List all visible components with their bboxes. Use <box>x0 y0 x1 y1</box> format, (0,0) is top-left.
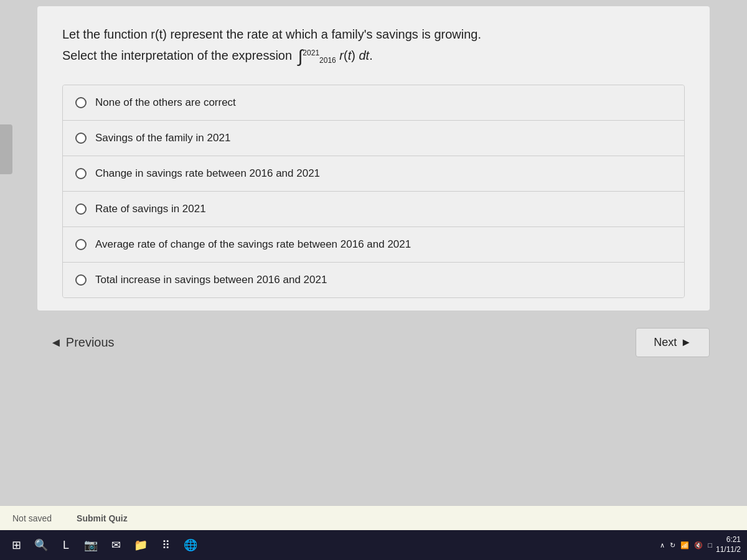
next-button[interactable]: Next ► <box>636 328 710 357</box>
tray-refresh-icon[interactable]: ↻ <box>670 541 675 549</box>
question-line2: Select the interpretation of the express… <box>62 44 685 70</box>
taskbar-left: ⊞ 🔍 L 📷 ✉ 📁 ⠿ 🌐 <box>6 535 200 555</box>
radio-4[interactable] <box>75 203 87 215</box>
option-2[interactable]: Savings of the family in 2021 <box>63 121 684 156</box>
option-6[interactable]: Total increase in savings between 2016 a… <box>63 263 684 297</box>
option-1[interactable]: None of the others are correct <box>63 85 684 121</box>
question-container: Let the function r(t) represent the rate… <box>37 6 710 310</box>
taskview-icon[interactable]: L <box>56 535 76 555</box>
option-3-label: Change in savings rate between 2016 and … <box>95 167 320 180</box>
option-3[interactable]: Change in savings rate between 2016 and … <box>63 156 684 192</box>
option-4-label: Rate of savings in 2021 <box>95 203 206 215</box>
radio-2[interactable] <box>75 133 87 144</box>
system-tray: ∧ ↻ 📶 🔇 □ <box>660 541 712 549</box>
windows-icon[interactable]: ⊞ <box>6 535 26 555</box>
clock-display: 6:21 11/11/2 <box>716 535 741 554</box>
integral-lower: 2016 <box>319 56 336 65</box>
camera-icon[interactable]: 📷 <box>81 535 101 555</box>
integral-expression: ∫20212016 r(t) dt. <box>298 44 373 70</box>
previous-button[interactable]: ◄ Previous <box>37 329 127 356</box>
question-line1: Let the function r(t) represent the rate… <box>62 25 685 44</box>
search-icon[interactable]: 🔍 <box>31 535 51 555</box>
option-6-label: Total increase in savings between 2016 a… <box>95 274 327 286</box>
options-list: None of the others are correct Savings o… <box>62 85 685 298</box>
next-label: Next <box>654 336 677 349</box>
wifi-icon[interactable]: 📶 <box>680 541 689 549</box>
integral-func: r(t) dt. <box>339 49 372 62</box>
browser-icon[interactable]: 🌐 <box>181 535 200 555</box>
option-5[interactable]: Average rate of change of the savings ra… <box>63 227 684 263</box>
clock-date: 11/11/2 <box>716 545 741 555</box>
radio-1[interactable] <box>75 97 87 108</box>
option-5-label: Average rate of change of the savings ra… <box>95 238 411 251</box>
integral-upper: 2021 <box>303 49 319 57</box>
question-line2-prefix: Select the interpretation of the express… <box>62 49 292 62</box>
tray-arrow-icon[interactable]: ∧ <box>660 541 665 549</box>
option-4[interactable]: Rate of savings in 2021 <box>63 192 684 227</box>
apps-icon[interactable]: ⠿ <box>156 535 176 555</box>
prev-arrow-icon: ◄ <box>50 335 62 350</box>
option-2-label: Savings of the family in 2021 <box>95 132 230 144</box>
not-saved-text: Not saved <box>12 513 52 523</box>
radio-6[interactable] <box>75 274 87 286</box>
radio-3[interactable] <box>75 168 87 179</box>
navigation-area: ◄ Previous Next ► <box>37 328 710 363</box>
next-arrow-icon: ► <box>680 336 692 349</box>
option-1-label: None of the others are correct <box>95 96 236 109</box>
battery-icon[interactable]: □ <box>708 541 712 549</box>
volume-icon[interactable]: 🔇 <box>694 541 703 549</box>
bottom-bar: Not saved Submit Quiz <box>0 505 747 530</box>
folder-icon[interactable]: 📁 <box>131 535 151 555</box>
question-text: Let the function r(t) represent the rate… <box>62 25 685 70</box>
previous-label: Previous <box>66 335 115 350</box>
radio-5[interactable] <box>75 239 87 250</box>
taskbar-right: ∧ ↻ 📶 🔇 □ 6:21 11/11/2 <box>660 535 741 554</box>
submit-quiz-text: Submit Quiz <box>77 513 128 523</box>
mail-icon[interactable]: ✉ <box>106 535 126 555</box>
left-tab-handle[interactable] <box>0 124 12 174</box>
clock-time: 6:21 <box>716 535 741 545</box>
taskbar: ⊞ 🔍 L 📷 ✉ 📁 ⠿ 🌐 ∧ ↻ 📶 🔇 □ 6:21 11/11/2 <box>0 530 747 560</box>
